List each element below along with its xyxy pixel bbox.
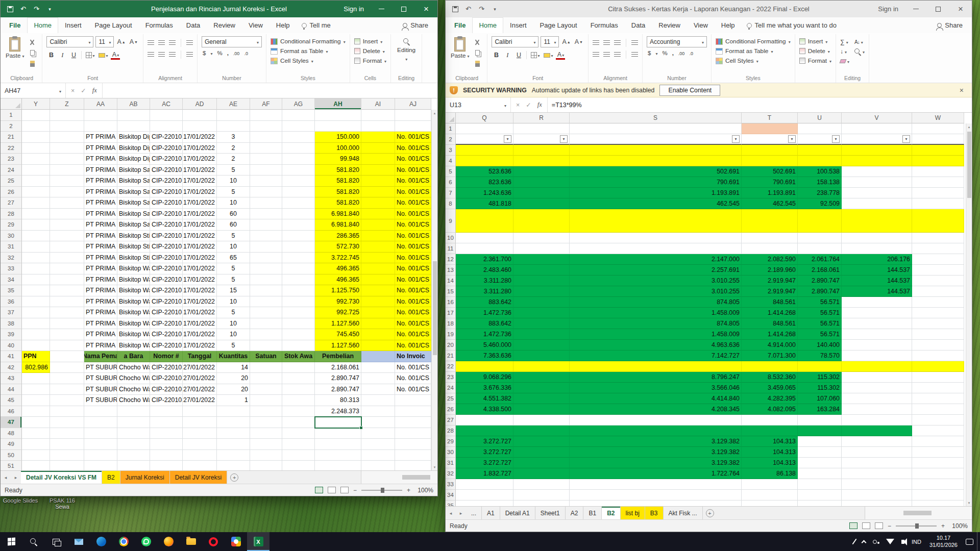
cell[interactable] (742, 209, 798, 233)
show-desktop-button[interactable] (977, 532, 980, 551)
cell[interactable] (570, 479, 742, 490)
cell[interactable] (217, 110, 250, 121)
cell[interactable]: 2.168.061 (798, 265, 842, 276)
horizontal-scrollbar[interactable] (361, 471, 437, 484)
cell[interactable]: 27/01/2022 (183, 362, 217, 373)
cell[interactable]: 27/01/2022 (183, 395, 217, 406)
cell[interactable] (282, 132, 315, 143)
cell[interactable] (513, 188, 570, 198)
cell[interactable]: 99.948 (315, 154, 361, 165)
comma-style-button[interactable] (227, 50, 229, 56)
cell[interactable] (798, 415, 842, 425)
cell[interactable] (22, 329, 50, 340)
cell[interactable]: 496.365 (315, 274, 361, 286)
cell[interactable] (183, 121, 217, 132)
cell[interactable] (117, 417, 150, 428)
bold-button[interactable] (46, 50, 56, 60)
cell[interactable] (361, 165, 395, 176)
italic-button[interactable] (58, 50, 67, 60)
align-right-button[interactable] (614, 52, 621, 57)
normal-view-button[interactable] (849, 522, 857, 529)
row-header[interactable]: 31 (1, 241, 22, 253)
cell[interactable]: 581.820 (315, 165, 361, 176)
cell[interactable] (513, 297, 570, 308)
cell[interactable]: 17/01/2022 (183, 197, 217, 209)
cell[interactable]: 56.571 (798, 329, 842, 340)
cell[interactable] (282, 121, 315, 132)
new-sheet-button[interactable] (227, 471, 241, 484)
cell[interactable] (22, 439, 50, 450)
row-header[interactable]: 3 (446, 145, 456, 156)
cell[interactable] (742, 479, 798, 490)
cell[interactable]: 1.127.560 (315, 340, 361, 352)
sheet-tab-a2[interactable]: A2 (566, 507, 584, 519)
cell[interactable]: PT PRIMA (84, 307, 117, 318)
undo-button[interactable] (17, 2, 30, 16)
cell[interactable]: 5 (217, 165, 250, 176)
cell[interactable]: 745.450 (315, 329, 361, 340)
cell[interactable] (250, 176, 282, 187)
cell[interactable] (395, 406, 431, 417)
cell[interactable] (456, 156, 513, 166)
cell[interactable] (395, 439, 431, 450)
cell[interactable]: 3.566.046 (570, 383, 742, 393)
sheet-tab-list-bj[interactable]: list bj (621, 507, 645, 519)
cell[interactable]: 3.722.745 (315, 253, 361, 264)
cell[interactable]: No. 001/CS (395, 274, 431, 286)
redo-button[interactable] (30, 2, 43, 16)
cell[interactable]: 883.642 (456, 318, 513, 329)
column-header[interactable]: AJ (395, 98, 431, 110)
row-header[interactable]: 11 (446, 243, 456, 254)
cell[interactable] (22, 263, 50, 274)
cell[interactable] (250, 263, 282, 274)
cell[interactable] (117, 428, 150, 439)
cell[interactable]: Biskitop Waf (117, 274, 150, 286)
sheet-nav-next[interactable] (456, 507, 466, 519)
taskbar-search-button[interactable] (22, 532, 45, 551)
cell[interactable] (117, 110, 150, 121)
scrollbar-thumb[interactable] (967, 132, 971, 198)
zoom-in-button[interactable] (941, 522, 945, 530)
cell[interactable] (361, 241, 395, 253)
tab-page-layout[interactable]: Page Layout (533, 17, 584, 33)
cell[interactable]: Chocho Waf (117, 373, 150, 384)
cell[interactable] (912, 436, 964, 447)
cell[interactable] (282, 318, 315, 330)
cell[interactable] (742, 415, 798, 425)
row-header[interactable]: 8 (446, 198, 456, 209)
cell[interactable]: 17/01/2022 (183, 187, 217, 198)
cell[interactable] (912, 243, 964, 254)
cell[interactable] (183, 461, 217, 470)
align-top-button[interactable] (148, 40, 154, 45)
cell[interactable] (513, 447, 570, 458)
cell[interactable] (50, 406, 84, 417)
cell[interactable] (361, 373, 395, 384)
cell[interactable] (250, 428, 282, 439)
row-header[interactable]: 24 (1, 165, 22, 176)
cell[interactable]: PT PRIMA (84, 340, 117, 352)
cell[interactable]: No. 001/CS (395, 307, 431, 318)
cell[interactable]: 3.311.280 (456, 286, 513, 297)
delete-cells-button[interactable]: Delete (799, 47, 831, 55)
cell[interactable]: CIP-22010 (150, 307, 183, 318)
cell[interactable] (513, 166, 570, 177)
row-header[interactable]: 17 (446, 308, 456, 318)
align-left-button[interactable] (593, 52, 599, 57)
tab-review[interactable]: Review (652, 17, 687, 33)
cell[interactable] (250, 395, 282, 406)
column-header[interactable]: T (742, 113, 798, 123)
cell[interactable] (570, 243, 742, 254)
format-as-table-button[interactable]: Format as Table (271, 47, 346, 55)
cell[interactable]: 3.010.255 (570, 286, 742, 297)
cell[interactable] (361, 132, 395, 143)
format-cells-button[interactable]: Format (799, 57, 831, 64)
cell[interactable] (50, 253, 84, 264)
cell[interactable]: PT PRIMA (84, 187, 117, 198)
cell[interactable]: No. 001/CS (395, 132, 431, 143)
cell[interactable] (250, 121, 282, 132)
cell[interactable] (842, 198, 912, 209)
cell[interactable] (912, 308, 964, 318)
row-header[interactable]: 39 (1, 329, 22, 340)
cell[interactable]: PT PRIMA (84, 263, 117, 274)
cell[interactable] (513, 500, 570, 506)
